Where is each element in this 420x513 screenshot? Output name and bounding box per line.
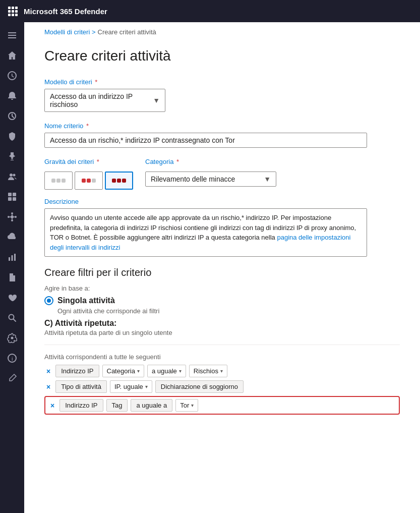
severity-group: Gravità dei criteri * [44, 158, 133, 190]
sidebar-item-search[interactable] [2, 309, 22, 327]
filter-value-2: Dichiarazione di soggiorno [155, 380, 244, 393]
sidebar-item-secure[interactable] [2, 127, 22, 145]
sidebar-item-group[interactable] [2, 188, 22, 206]
content-area: Modelli di criteri > Creare criteri atti… [24, 22, 420, 513]
ripetuta-sublabel: Attività ripetuta da parte di un singolo… [44, 329, 400, 336]
filter-field-2: Tipo di attività [55, 380, 107, 393]
severity-med-button[interactable] [75, 172, 103, 190]
svg-rect-20 [12, 255, 13, 261]
breadcrumb-current: Creare criteri attività [98, 28, 156, 36]
severity-high-button[interactable] [105, 172, 133, 190]
sidebar-item-heart[interactable] [2, 289, 22, 307]
nome-input[interactable] [44, 133, 367, 148]
chevron-down-icon: ▾ [220, 368, 223, 374]
svg-point-11 [11, 212, 13, 214]
svg-rect-1 [8, 35, 16, 36]
chevron-down-icon: ▾ [191, 403, 194, 408]
severity-buttons [44, 172, 133, 190]
sidebar-item-people[interactable] [2, 167, 22, 186]
filter-operator1-1[interactable]: Categoria ▾ [102, 365, 144, 377]
svg-point-14 [15, 216, 17, 218]
severity-low-button[interactable] [44, 172, 73, 190]
modello-section: Modello di criteri * Accesso da un indir… [44, 78, 400, 112]
nome-label: Nome criterio * [44, 122, 400, 130]
topbar: Microsoft 365 Defender [0, 0, 420, 22]
nome-section: Nome criterio * [44, 122, 400, 148]
sidebar-item-edit[interactable] [2, 369, 22, 387]
svg-rect-2 [8, 37, 16, 38]
svg-text:i: i [12, 356, 13, 362]
chevron-down-icon: ▾ [145, 384, 148, 389]
filter-row-3: × Indirizzo IP Tag a uguale a Tor ▾ [44, 396, 400, 415]
chevron-down-icon: ▼ [153, 96, 160, 104]
svg-line-23 [14, 319, 16, 322]
main-layout: i Modelli di criteri > Creare criteri at… [0, 22, 420, 513]
filter-operator1-2[interactable]: IP. uguale ▾ [110, 380, 152, 393]
descrizione-box: Avviso quando un utente accede alle app … [44, 208, 367, 257]
sidebar-item-actions[interactable] [2, 107, 22, 125]
categoria-select[interactable]: Rilevamento delle minacce ▼ [145, 172, 276, 187]
svg-rect-6 [8, 193, 12, 196]
sidebar-item-settings[interactable] [2, 329, 22, 347]
svg-point-12 [11, 219, 13, 221]
page-title: Creare criteri attività [44, 48, 400, 64]
chevron-down-icon: ▾ [179, 368, 182, 374]
svg-rect-0 [8, 32, 16, 33]
descrizione-link[interactable]: pagina delle impostazioni degli interval… [50, 234, 350, 251]
modello-select[interactable]: Accesso da un indirizzo IP rischioso ▼ [44, 89, 165, 112]
svg-rect-7 [13, 193, 16, 196]
app-grid-icon[interactable] [8, 7, 18, 16]
filter-operator-3: a uguale a [131, 399, 172, 412]
singola-label: Singola attività [57, 296, 115, 305]
sidebar-item-menu[interactable] [2, 26, 22, 44]
singola-sublabel: Ogni attività che corrisponde ai filtri [57, 307, 400, 315]
svg-rect-19 [9, 257, 10, 261]
gravita-label: Gravità dei criteri * [44, 158, 133, 165]
sidebar-item-network[interactable] [2, 208, 22, 226]
svg-point-13 [8, 216, 10, 218]
chevron-down-icon: ▼ [264, 175, 271, 183]
svg-rect-8 [8, 197, 12, 201]
svg-point-10 [11, 215, 14, 218]
sidebar-item-docs[interactable] [2, 268, 22, 287]
filter-value-1[interactable]: Rischios ▾ [189, 365, 227, 377]
ripetuta-label: C) Attività ripetuta: [44, 319, 400, 328]
breadcrumb-parent[interactable]: Modelli di criteri > [44, 28, 96, 36]
conditions-label: Attività corrispondenti a tutte le segue… [44, 353, 400, 361]
remove-filter-1-button[interactable]: × [44, 366, 52, 376]
singola-radio-circle[interactable] [44, 296, 53, 305]
sidebar-item-cloud[interactable] [2, 228, 22, 246]
severity-categoria-row: Gravità dei criteri * [44, 158, 400, 190]
filter-tag-3: Tag [106, 399, 128, 412]
modello-label: Modello di criteri * [44, 78, 400, 86]
filter-field-3: Indirizzo IP [59, 399, 103, 412]
filter-field-1: Indirizzo IP [55, 365, 99, 377]
app-title: Microsoft 365 Defender [24, 7, 107, 16]
filter-value-3[interactable]: Tor ▾ [175, 399, 198, 412]
filter-row-2: × Tipo di attività IP. uguale ▾ Dichiara… [44, 380, 400, 393]
sidebar-item-trophy[interactable] [2, 147, 22, 165]
sidebar-item-home[interactable] [2, 46, 22, 65]
svg-point-4 [10, 174, 13, 177]
breadcrumb: Modelli di criteri > Creare criteri atti… [44, 22, 400, 40]
svg-point-24 [11, 337, 14, 339]
svg-rect-9 [13, 197, 16, 201]
categoria-label: Categoria * [145, 158, 276, 165]
chevron-down-icon: ▾ [137, 368, 140, 374]
remove-filter-2-button[interactable]: × [44, 382, 52, 392]
sidebar-item-incidents[interactable] [2, 67, 22, 85]
descrizione-section: Descrizione Avviso quando un utente acce… [44, 198, 400, 257]
singola-radio[interactable]: Singola attività [44, 296, 400, 305]
sidebar-item-alerts[interactable] [2, 87, 22, 105]
filter-section-title: Creare filtri per il criterio [44, 267, 400, 278]
svg-point-5 [13, 174, 16, 177]
remove-filter-3-button[interactable]: × [48, 401, 56, 411]
agire-label: Agire in base a: [44, 284, 400, 292]
sidebar-item-chart[interactable] [2, 248, 22, 266]
sidebar: i [0, 22, 24, 513]
descrizione-label: Descrizione [44, 198, 400, 205]
filter-operator2-1[interactable]: a uguale ▾ [147, 365, 186, 377]
sidebar-item-info[interactable]: i [2, 349, 22, 367]
divider [44, 345, 400, 345]
svg-rect-21 [14, 254, 16, 261]
